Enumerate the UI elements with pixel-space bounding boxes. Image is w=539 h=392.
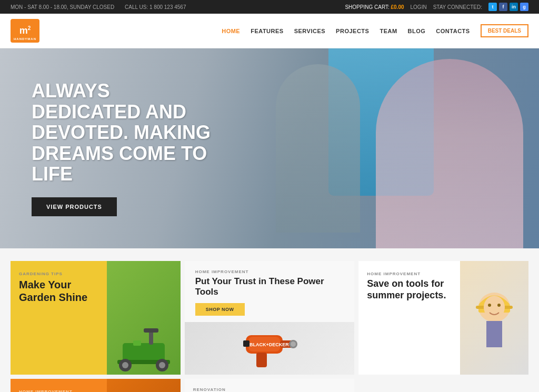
top-bar: MON - SAT 8.00 - 18.00, SUNDAY CLOSED CA…: [0, 0, 539, 14]
nav-services[interactable]: SERVICES: [294, 28, 325, 34]
svg-point-15: [291, 341, 296, 347]
svg-text:BLACK+DECKER: BLACK+DECKER: [249, 342, 289, 347]
hero-section: ALWAYS DEDICATED AND DEVOTED. MAKING DRE…: [0, 48, 539, 248]
best-deals-button[interactable]: BEST DEALS: [481, 24, 528, 37]
nav-features[interactable]: FEATURES: [251, 28, 283, 34]
svg-rect-12: [256, 353, 267, 367]
view-products-button[interactable]: VIEW PRODUCTS: [32, 197, 117, 216]
cards-section: GARDENING TIPS Make Your Garden Shine: [0, 248, 539, 392]
save-tools-category: HOME IMPROVEMENT: [367, 272, 452, 276]
home-improvement-category: HOME IMPROVEMENT: [19, 389, 98, 392]
social-icons: t f in g: [488, 3, 528, 11]
person-female-silhouette: [376, 59, 523, 248]
facebook-icon[interactable]: f: [499, 3, 507, 11]
svg-rect-20: [486, 321, 502, 347]
worker-svg: [460, 276, 528, 360]
cart-label: SHOPPING CART:: [345, 4, 389, 10]
power-tools-card: HOME IMPROVEMENT Put Your Trust in These…: [185, 261, 355, 375]
gardening-title: Make Your Garden Shine: [19, 278, 98, 304]
nav-blog[interactable]: BLOG: [408, 28, 426, 34]
gardening-category: GARDENING TIPS: [19, 272, 98, 276]
top-bar-left: MON - SAT 8.00 - 18.00, SUNDAY CLOSED CA…: [11, 4, 186, 10]
logo-text: m2: [19, 25, 31, 36]
gardening-image: [107, 261, 181, 375]
save-tools-title: Save on tools for summer projects.: [367, 278, 452, 301]
cart-info[interactable]: SHOPPING CART: £0.00: [345, 4, 404, 10]
svg-point-3: [122, 362, 128, 368]
svg-point-23: [497, 304, 501, 307]
googleplus-icon[interactable]: g: [520, 3, 528, 11]
home-improvement-card-body: HOME IMPROVEMENT Save more on Home Impro…: [11, 379, 107, 392]
svg-rect-7: [144, 328, 158, 333]
power-tools-title: Put Your Trust in These Power Tools: [195, 276, 344, 298]
business-hours: MON - SAT 8.00 - 18.00, SUNDAY CLOSED: [11, 4, 114, 10]
lawnmower-svg: [112, 322, 175, 375]
hero-title: ALWAYS DEDICATED AND DEVOTED. MAKING DRE…: [32, 81, 221, 185]
hero-content: ALWAYS DEDICATED AND DEVOTED. MAKING DRE…: [0, 81, 253, 216]
svg-point-21: [484, 296, 505, 319]
cards-grid: GARDENING TIPS Make Your Garden Shine: [11, 261, 528, 392]
cart-price: £0.00: [391, 4, 404, 10]
renovation-category: RENOVATION: [193, 387, 346, 392]
home-improvement-card: HOME IMPROVEMENT Save more on Home Impro…: [11, 379, 181, 392]
save-tools-card-body: HOME IMPROVEMENT Save on tools for summe…: [358, 261, 460, 375]
power-tools-category: HOME IMPROVEMENT: [195, 269, 344, 274]
logo-subtitle: HANDYMAN: [11, 37, 39, 41]
linkedin-icon[interactable]: in: [510, 3, 518, 11]
svg-point-5: [159, 362, 165, 368]
power-tools-image: BLACK+DECKER: [185, 322, 355, 375]
svg-rect-13: [243, 340, 249, 347]
logo[interactable]: m2 HANDYMAN: [11, 19, 39, 43]
renovation-card: RENOVATION Tips For Painting A Room For …: [185, 379, 355, 392]
renovation-card-body: RENOVATION Tips For Painting A Room: [185, 379, 355, 392]
top-bar-right: SHOPPING CART: £0.00 LOGIN STAY CONNECTE…: [345, 3, 528, 11]
shop-now-button-1[interactable]: SHOP NOW: [195, 303, 245, 316]
person-male-silhouette: [276, 64, 360, 233]
heat-gun-svg: BLACK+DECKER: [238, 322, 301, 375]
twitter-icon[interactable]: t: [488, 3, 497, 11]
gardening-card: GARDENING TIPS Make Your Garden Shine: [11, 261, 181, 375]
save-tools-image: [460, 261, 528, 375]
nav-team[interactable]: TEAM: [380, 28, 397, 34]
svg-rect-8: [133, 340, 141, 346]
home-improvement-image: B: [107, 379, 181, 392]
nav-projects[interactable]: PROJECTS: [336, 28, 369, 34]
main-nav: HOME FEATURES SERVICES PROJECTS TEAM BLO…: [222, 24, 528, 37]
nav-home[interactable]: HOME: [222, 28, 240, 34]
gardening-card-body: GARDENING TIPS Make Your Garden Shine: [11, 261, 107, 375]
phone-number: CALL US: 1 800 123 4567: [125, 4, 186, 10]
svg-rect-0: [123, 343, 165, 361]
login-link[interactable]: LOGIN: [411, 4, 427, 10]
header: m2 HANDYMAN HOME FEATURES SERVICES PROJE…: [0, 14, 539, 48]
nav-contacts[interactable]: CONTACTS: [436, 28, 470, 34]
power-tools-card-body: HOME IMPROVEMENT Put Your Trust in These…: [185, 261, 355, 322]
stay-connected-label: STAY CONNECTED:: [433, 4, 482, 10]
svg-point-22: [488, 304, 491, 307]
router-svg: B: [107, 380, 181, 392]
save-tools-card: HOME IMPROVEMENT Save on tools for summe…: [358, 261, 528, 375]
